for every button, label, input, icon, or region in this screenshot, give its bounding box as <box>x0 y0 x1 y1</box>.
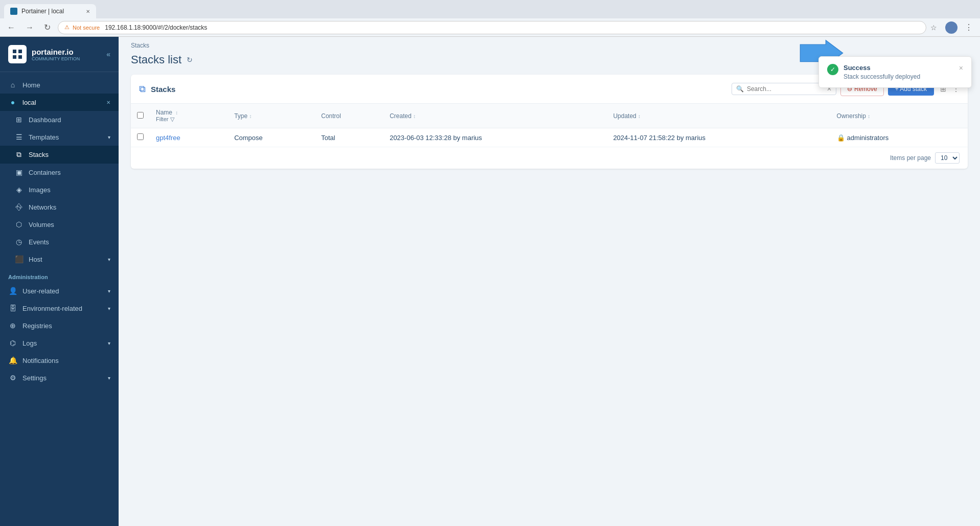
logs-label: Logs <box>22 339 37 347</box>
sidebar-item-images[interactable]: ◈ Images <box>0 181 119 198</box>
refresh-button[interactable]: ↻ <box>187 56 193 64</box>
tab-favicon <box>10 8 17 15</box>
stack-name-link[interactable]: gpt4free <box>156 134 180 142</box>
tab-close-button[interactable]: ✕ <box>86 9 90 14</box>
bookmark-icon[interactable]: ☆ <box>930 24 937 32</box>
svg-rect-1 <box>18 50 22 53</box>
table-header: Name ↕ Filter ▽ Type ↕ Control Created <box>131 104 968 128</box>
row-checkbox-cell <box>131 128 150 147</box>
search-icon: 🔍 <box>736 85 744 93</box>
ownership-sort-icon: ↕ <box>868 113 870 119</box>
sidebar-item-settings[interactable]: ⚙ Settings ▾ <box>0 369 119 386</box>
sidebar-item-home[interactable]: ⌂ Home <box>0 76 119 94</box>
logo-sub-text: COMMUNITY EDITION <box>32 56 80 61</box>
home-label: Home <box>22 81 40 89</box>
sidebar-item-user-related[interactable]: 👤 User-related ▾ <box>0 282 119 300</box>
portainer-logo-icon <box>8 45 27 63</box>
sidebar-item-stacks[interactable]: ⧉ Stacks <box>0 146 119 164</box>
settings-chevron-icon: ▾ <box>108 375 110 381</box>
profile-icon[interactable] <box>945 21 958 34</box>
sidebar-item-notifications[interactable]: 🔔 Notifications <box>0 352 119 369</box>
column-created: Created ↕ <box>383 104 607 128</box>
logo-main-text: portainer.io <box>32 48 80 56</box>
stacks-panel-icon: ⧉ <box>139 84 146 95</box>
browser-toolbar: ← → ↻ ⚠ Not secure 192.168.1.18:9000/#!/… <box>0 18 980 37</box>
tab-title: Portainer | local <box>21 8 64 15</box>
items-per-page-select[interactable]: 10 25 50 <box>935 152 960 164</box>
row-checkbox[interactable] <box>137 133 144 140</box>
env-related-chevron-icon: ▾ <box>108 306 110 311</box>
home-icon: ⌂ <box>8 81 17 89</box>
user-related-label: User-related <box>22 287 59 295</box>
not-secure-label: Not secure <box>73 25 100 31</box>
notification-content: Success Stack successfully deployed <box>844 64 954 80</box>
sidebar-item-env-related[interactable]: 🗄 Environment-related ▾ <box>0 300 119 317</box>
sidebar-item-networks[interactable]: ⛗ Networks <box>0 198 119 216</box>
sidebar-item-templates[interactable]: ☰ Templates ▾ <box>0 128 119 146</box>
events-label: Events <box>29 238 49 246</box>
row-ownership-cell: 🔒administrators <box>831 128 968 147</box>
forward-button[interactable]: → <box>22 22 37 33</box>
control-label: Control <box>321 112 341 120</box>
success-notification: ✓ Success Stack successfully deployed × <box>818 56 972 88</box>
sidebar-item-dashboard[interactable]: ⊞ Dashboard <box>0 111 119 128</box>
volumes-label: Volumes <box>29 221 54 228</box>
events-icon: ◷ <box>14 238 24 246</box>
updated-sort-icon: ↕ <box>638 113 641 119</box>
select-all-checkbox[interactable] <box>137 112 144 119</box>
browser-tab[interactable]: Portainer | local ✕ <box>4 4 96 18</box>
sidebar-item-containers[interactable]: ▣ Containers <box>0 164 119 181</box>
svg-rect-0 <box>13 50 16 53</box>
sidebar-item-local[interactable]: ● local ✕ <box>0 94 119 111</box>
select-all-header <box>131 104 150 128</box>
svg-rect-3 <box>18 55 22 59</box>
success-icon: ✓ <box>827 64 838 75</box>
sidebar-item-events[interactable]: ◷ Events <box>0 233 119 250</box>
ownership-label: Ownership <box>837 112 866 120</box>
sidebar-item-registries[interactable]: ⊕ Registries <box>0 317 119 334</box>
dashboard-icon: ⊞ <box>14 116 24 124</box>
host-chevron-icon: ▾ <box>108 257 110 262</box>
column-name: Name ↕ Filter ▽ <box>150 104 228 128</box>
svg-rect-2 <box>13 55 16 59</box>
networks-label: Networks <box>29 203 56 211</box>
logs-chevron-icon: ▾ <box>108 340 110 346</box>
sidebar-item-volumes[interactable]: ⬡ Volumes <box>0 216 119 233</box>
page-title: Stacks list <box>131 53 181 66</box>
notification-title: Success <box>844 64 954 72</box>
column-updated: Updated ↕ <box>607 104 830 128</box>
user-related-chevron-icon: ▾ <box>108 288 110 294</box>
reload-button[interactable]: ↻ <box>41 21 54 33</box>
security-icon: ⚠ <box>64 24 70 31</box>
filter-button[interactable]: Filter ▽ <box>156 116 174 123</box>
notifications-icon: 🔔 <box>8 356 17 364</box>
stacks-panel-title: Stacks <box>151 85 175 94</box>
logo-area: portainer.io COMMUNITY EDITION « <box>0 37 119 72</box>
sidebar-collapse-button[interactable]: « <box>106 50 110 58</box>
column-control: Control <box>315 104 383 128</box>
row-name-cell: gpt4free <box>150 128 228 147</box>
back-button[interactable]: ← <box>4 22 18 33</box>
stacks-table: Name ↕ Filter ▽ Type ↕ Control Created <box>131 104 968 147</box>
breadcrumb: Stacks <box>119 37 980 51</box>
notification-container: ✓ Success Stack successfully deployed × <box>818 56 972 88</box>
stacks-panel: ⧉ Stacks 🔍 ✕ ⊖ Remove + Add stack ⊞ ⋮ <box>131 75 968 169</box>
address-bar[interactable]: ⚠ Not secure 192.168.1.18:9000/#!/2/dock… <box>58 21 926 34</box>
sidebar-item-logs[interactable]: ⌬ Logs ▾ <box>0 334 119 352</box>
registries-icon: ⊕ <box>8 322 17 330</box>
logs-icon: ⌬ <box>8 339 17 347</box>
sidebar-item-host[interactable]: ⬛ Host ▾ <box>0 250 119 268</box>
images-icon: ◈ <box>14 186 24 194</box>
dashboard-label: Dashboard <box>29 116 61 124</box>
host-label: Host <box>29 256 42 263</box>
settings-label: Settings <box>22 374 47 382</box>
search-input[interactable] <box>747 85 824 93</box>
user-related-icon: 👤 <box>8 287 17 295</box>
notification-close-button[interactable]: × <box>959 64 963 72</box>
type-label: Type <box>234 112 247 120</box>
sidebar-nav: ⌂ Home ● local ✕ ⊞ Dashboard ☰ Templates… <box>0 72 119 526</box>
local-close-button[interactable]: ✕ <box>106 100 110 105</box>
menu-button[interactable]: ⋮ <box>962 21 976 33</box>
name-sort-icon[interactable]: ↕ <box>175 110 178 116</box>
volumes-icon: ⬡ <box>14 220 24 228</box>
